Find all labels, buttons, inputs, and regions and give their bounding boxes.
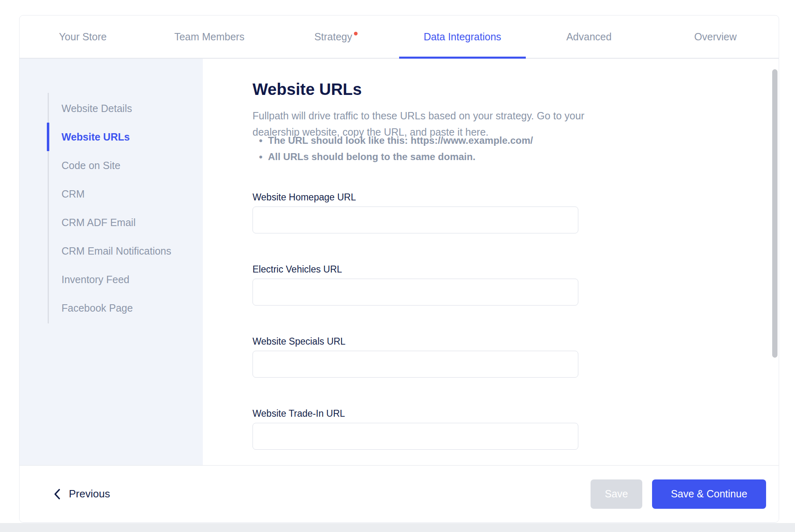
sidebar-panel: Website Details Website URLs Code on Sit…	[20, 59, 203, 466]
guideline-item: The URL should look like this: https://w…	[255, 132, 613, 149]
field-label: Website Specials URL	[253, 335, 578, 347]
tab-label: Data Integrations	[424, 31, 501, 43]
sidebar-item-label: Code on Site	[61, 160, 121, 171]
field-website-homepage-url: Website Homepage URL	[253, 191, 578, 233]
guideline-item: All URLs should belong to the same domai…	[255, 149, 613, 165]
scrollbar-thumb[interactable]	[772, 69, 777, 358]
tab-strategy[interactable]: Strategy	[272, 15, 399, 58]
field-website-trade-in-url: Website Trade-In URL	[253, 407, 578, 450]
sidebar-item-crm-adf-email[interactable]: CRM ADF Email	[61, 208, 136, 237]
tab-overview[interactable]: Overview	[652, 15, 779, 58]
tab-data-integrations[interactable]: Data Integrations	[399, 15, 526, 58]
previous-button[interactable]: Previous	[54, 488, 110, 500]
tab-your-store[interactable]: Your Store	[20, 15, 146, 58]
chevron-left-icon	[54, 488, 61, 500]
sidebar-item-inventory-feed[interactable]: Inventory Feed	[61, 265, 130, 294]
settings-card: Your Store Team Members Strategy Data In…	[19, 15, 779, 523]
website-homepage-url-input[interactable]	[253, 207, 578, 233]
previous-label: Previous	[69, 488, 110, 500]
field-label: Electric Vehicles URL	[253, 263, 578, 275]
scrollbar[interactable]	[770, 58, 780, 523]
sidebar-item-facebook-page[interactable]: Facebook Page	[61, 294, 133, 322]
guideline-list: The URL should look like this: https://w…	[255, 132, 613, 165]
sidebar-item-website-details[interactable]: Website Details	[61, 94, 132, 123]
sidebar-item-label: CRM	[61, 188, 85, 200]
footer-bar: Previous Save Save & Continue	[20, 465, 779, 522]
sidebar-item-crm[interactable]: CRM	[61, 180, 85, 208]
sidebar-item-crm-email-notifications[interactable]: CRM Email Notifications	[61, 237, 171, 265]
save-button[interactable]: Save	[591, 479, 642, 509]
sidebar-item-label: Website Details	[61, 103, 132, 114]
field-website-specials-url: Website Specials URL	[253, 335, 578, 378]
sidebar-item-label: Inventory Feed	[61, 274, 130, 286]
tab-label: Overview	[694, 31, 737, 43]
sidebar-item-code-on-site[interactable]: Code on Site	[61, 151, 121, 180]
tab-label: Your Store	[59, 31, 107, 43]
field-electric-vehicles-url: Electric Vehicles URL	[253, 263, 578, 306]
strategy-notification-dot	[354, 32, 358, 35]
sidebar-item-label: Facebook Page	[61, 302, 133, 314]
page-title: Website URLs	[253, 79, 362, 99]
tab-label: Advanced	[566, 31, 611, 43]
website-specials-url-input[interactable]	[253, 351, 578, 378]
tab-label: Team Members	[174, 31, 244, 43]
sidebar-item-website-urls[interactable]: Website URLs	[61, 123, 130, 151]
website-trade-in-url-input[interactable]	[253, 423, 578, 450]
page-bottom-strip	[0, 523, 795, 532]
electric-vehicles-url-input[interactable]	[253, 279, 578, 306]
tab-team-members[interactable]: Team Members	[146, 15, 273, 58]
sidebar-item-label: CRM Email Notifications	[61, 245, 171, 257]
tab-advanced[interactable]: Advanced	[526, 15, 652, 58]
save-and-continue-button[interactable]: Save & Continue	[652, 479, 766, 509]
sidebar-item-label: CRM ADF Email	[61, 217, 136, 229]
sidebar-active-indicator	[47, 123, 49, 151]
field-label: Website Homepage URL	[253, 191, 578, 203]
top-tab-bar: Your Store Team Members Strategy Data In…	[20, 15, 779, 59]
tab-label: Strategy	[314, 31, 352, 43]
field-label: Website Trade-In URL	[253, 407, 578, 420]
sidebar-item-label: Website URLs	[61, 131, 130, 143]
